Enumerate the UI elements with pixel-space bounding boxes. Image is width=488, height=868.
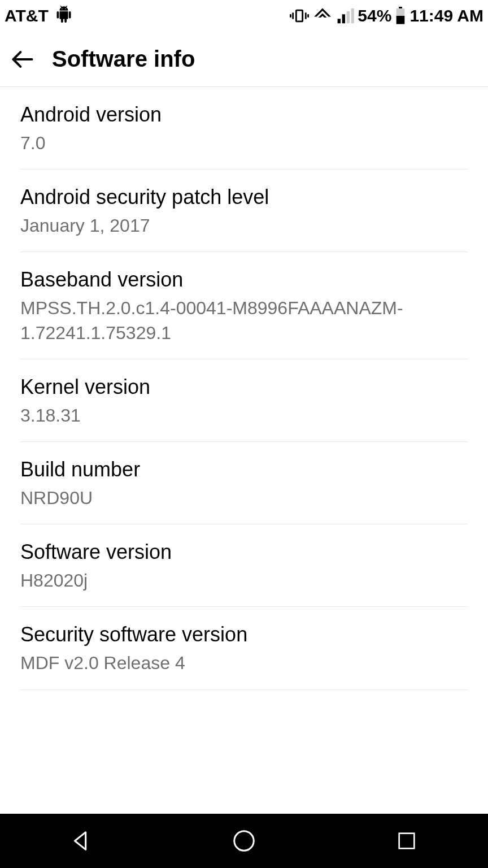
list-item[interactable]: Android version 7.0	[20, 87, 468, 170]
list-item[interactable]: Security software version MDF v2.0 Relea…	[20, 607, 468, 689]
nav-home-button[interactable]	[210, 824, 278, 858]
wifi-icon	[312, 6, 333, 26]
item-label: Kernel version	[20, 375, 468, 399]
vibrate-icon	[290, 6, 309, 25]
status-left: AT&T	[5, 6, 72, 27]
item-value: MDF v2.0 Release 4	[20, 651, 468, 675]
svg-point-10	[234, 831, 254, 851]
navigation-bar	[0, 814, 488, 868]
item-value: MPSS.TH.2.0.c1.4-00041-M8996FAAAANAZM-1.…	[20, 296, 468, 345]
svg-rect-0	[297, 10, 303, 21]
item-value: January 1, 2017	[20, 214, 468, 238]
battery-icon	[395, 7, 406, 25]
svg-rect-11	[399, 834, 415, 849]
status-right: 54% 11:49 AM	[290, 6, 483, 26]
item-value: 3.18.31	[20, 403, 468, 428]
list-item[interactable]: Kernel version 3.18.31	[20, 359, 468, 442]
item-label: Baseband version	[20, 268, 468, 292]
back-arrow-icon[interactable]	[10, 47, 35, 72]
svg-rect-5	[399, 7, 402, 8]
svg-rect-7	[396, 16, 405, 24]
item-label: Software version	[20, 540, 468, 564]
signal-icon	[336, 7, 354, 25]
carrier-label: AT&T	[5, 6, 49, 25]
nav-recent-button[interactable]	[373, 824, 441, 858]
app-header: Software info	[0, 32, 488, 87]
svg-marker-9	[75, 832, 86, 850]
item-value: NRD90U	[20, 486, 468, 510]
item-label: Android security patch level	[20, 185, 468, 209]
item-value: 7.0	[20, 131, 468, 155]
list-item[interactable]: Software version H82020j	[20, 524, 468, 607]
content-list: Android version 7.0 Android security pat…	[0, 87, 488, 814]
battery-percentage: 54%	[358, 6, 391, 25]
item-label: Android version	[20, 103, 468, 127]
item-label: Security software version	[20, 623, 468, 646]
android-bug-icon	[55, 6, 72, 27]
item-label: Build number	[20, 458, 468, 481]
item-value: H82020j	[20, 568, 468, 593]
clock-label: 11:49 AM	[409, 6, 483, 25]
list-item[interactable]: Baseband version MPSS.TH.2.0.c1.4-00041-…	[20, 252, 468, 359]
list-item[interactable]: Build number NRD90U	[20, 442, 468, 524]
list-item[interactable]: Android security patch level January 1, …	[20, 170, 468, 252]
page-title: Software info	[52, 46, 195, 72]
nav-back-button[interactable]	[47, 824, 115, 858]
status-bar: AT&T 54% 11:49 AM	[0, 0, 488, 32]
